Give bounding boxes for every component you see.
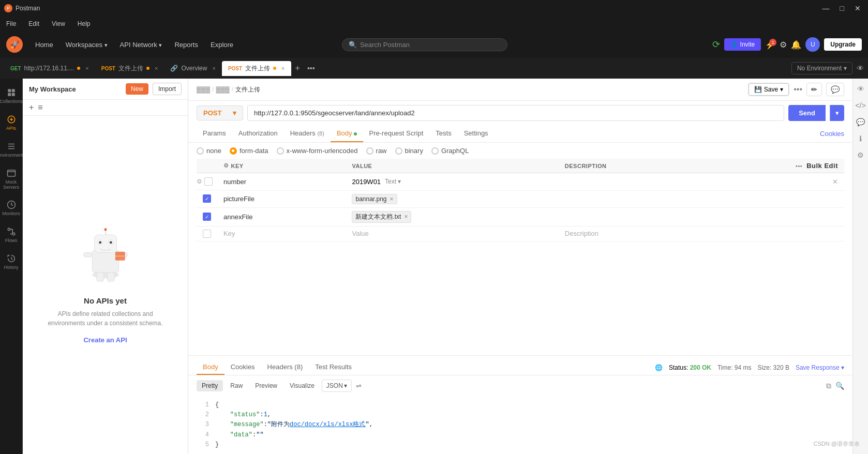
menu-help[interactable]: Help [76, 19, 93, 28]
add-api-icon[interactable]: + [29, 103, 34, 112]
environment-dropdown[interactable]: No Environment ▾ [791, 62, 852, 74]
tab-post1[interactable]: POST 文件上传 × [95, 61, 164, 76]
sidebar-item-apis[interactable]: APIs [0, 110, 22, 137]
row3-checkbox[interactable]: ✓ [203, 213, 211, 221]
sidebar-item-mock-servers[interactable]: Mock Servers [0, 163, 22, 195]
tab-get[interactable]: GET http://172.16.11.... × [4, 62, 95, 75]
body-type-raw[interactable]: raw [366, 147, 387, 155]
response-tab-body[interactable]: Body [197, 360, 225, 375]
bulk-edit-button[interactable]: Bulk Edit [806, 162, 838, 170]
tab-body[interactable]: Body [331, 125, 363, 142]
notifications-button[interactable]: 🔔 [791, 40, 801, 50]
sidebar-item-flows[interactable]: Flows [0, 222, 22, 249]
row1-type[interactable]: Text ▾ [385, 178, 401, 185]
save-response-button[interactable]: Save Response ▾ [796, 364, 844, 371]
sidebar-item-collections[interactable]: Collections [0, 83, 22, 110]
tab-settings[interactable]: Settings [458, 125, 495, 142]
response-tab-headers[interactable]: Headers (8) [261, 360, 309, 375]
nav-reports[interactable]: Reports [170, 39, 202, 51]
copy-icon[interactable]: ⧉ [826, 382, 831, 390]
menu-view[interactable]: View [50, 19, 67, 28]
url-input[interactable] [247, 105, 784, 121]
format-preview[interactable]: Preview [250, 380, 282, 391]
format-pretty[interactable]: Pretty [197, 380, 223, 391]
search-bar[interactable]: 🔍 Search Postman [342, 38, 507, 51]
body-type-graphql[interactable]: GraphQL [431, 147, 469, 155]
right-icon-eye[interactable]: 👁 [855, 83, 866, 95]
method-dropdown[interactable]: POST ▾ [197, 105, 243, 120]
row1-settings-icon[interactable]: ⚙ [197, 178, 202, 185]
nav-home[interactable]: Home [31, 39, 57, 51]
tab-post2-active[interactable]: POST 文件上传 × [222, 61, 291, 76]
tab-close-overview[interactable]: × [212, 65, 215, 71]
line-num-4: 4 [197, 430, 209, 440]
menu-file[interactable]: File [4, 19, 18, 28]
close-button[interactable]: ✕ [851, 3, 864, 13]
tab-close-get[interactable]: × [85, 65, 88, 71]
row3-file-remove[interactable]: × [404, 213, 408, 220]
save-button[interactable]: 💾 Save ▾ [749, 83, 789, 96]
format-type-dropdown[interactable]: JSON ▾ [322, 380, 352, 392]
lightning-button[interactable]: ⚡ 1 [765, 40, 775, 50]
right-icon-info[interactable]: ℹ [857, 132, 864, 145]
row4-key-cell[interactable]: Key [217, 226, 346, 241]
settings-button[interactable]: ⚙ [780, 40, 787, 50]
row1-checkbox[interactable] [204, 177, 213, 186]
row4-checkbox[interactable] [203, 230, 211, 238]
nav-workspaces[interactable]: Workspaces ▾ [62, 39, 112, 51]
comment-button[interactable]: 💬 [826, 83, 844, 96]
tab-params[interactable]: Params [197, 125, 232, 142]
row4-desc-cell[interactable]: Description [559, 226, 844, 241]
tab-pre-request[interactable]: Pre-request Script [363, 125, 430, 142]
right-icon-code[interactable]: </> [853, 99, 867, 112]
send-button[interactable]: Send [788, 105, 826, 121]
env-eye-icon[interactable]: 👁 [857, 64, 864, 72]
minimize-button[interactable]: — [819, 3, 833, 13]
sidebar-item-history[interactable]: History [0, 249, 22, 276]
import-button[interactable]: Import [153, 83, 182, 95]
create-api-link[interactable]: Create an API [83, 336, 127, 344]
send-dropdown-button[interactable]: ▾ [830, 105, 844, 121]
tab-overview[interactable]: 🔗 Overview × [164, 62, 221, 75]
tab-close-post2[interactable]: × [281, 65, 285, 71]
col-more-icon[interactable]: ••• [796, 163, 802, 169]
tab-close-post1[interactable]: × [155, 65, 158, 71]
new-button[interactable]: New [126, 83, 148, 95]
cookies-link[interactable]: Cookies [820, 130, 844, 138]
doc-link[interactable]: doc/docx/xls/xlsx格式 [290, 421, 365, 428]
more-tabs-button[interactable]: ••• [304, 62, 318, 74]
response-tab-test-results[interactable]: Test Results [309, 360, 358, 375]
format-raw[interactable]: Raw [225, 380, 248, 391]
sidebar-item-monitors[interactable]: Monitors [0, 195, 22, 222]
maximize-button[interactable]: □ [837, 3, 847, 13]
menu-edit[interactable]: Edit [26, 19, 41, 28]
row1-delete-icon[interactable]: ✕ [832, 178, 838, 186]
upgrade-button[interactable]: Upgrade [824, 38, 862, 51]
tab-authorization[interactable]: Authorization [232, 125, 284, 142]
invite-button[interactable]: 👤 Invite [724, 38, 761, 51]
search-code-icon[interactable]: 🔍 [835, 382, 844, 390]
right-icon-comment[interactable]: 💬 [854, 116, 867, 128]
row2-checkbox[interactable]: ✓ [203, 194, 211, 203]
row4-value-cell[interactable]: Value [346, 226, 558, 241]
request-more-button[interactable]: ••• [794, 85, 802, 94]
response-tab-cookies[interactable]: Cookies [225, 360, 261, 375]
row2-file-remove[interactable]: × [390, 195, 394, 203]
wrap-icon[interactable]: ⇌ [354, 380, 364, 392]
add-tab-button[interactable]: + [291, 62, 304, 75]
save-icon: 💾 [754, 86, 762, 93]
body-type-form-data[interactable]: form-data [230, 147, 268, 155]
avatar-button[interactable]: U [805, 37, 820, 52]
body-type-urlencoded[interactable]: x-www-form-urlencoded [277, 147, 358, 155]
body-type-none[interactable]: none [197, 147, 221, 155]
format-visualize[interactable]: Visualize [285, 380, 320, 391]
edit-button[interactable]: ✏ [806, 83, 822, 96]
tab-tests[interactable]: Tests [429, 125, 457, 142]
right-icon-gear[interactable]: ⚙ [855, 149, 866, 161]
tab-headers[interactable]: Headers (8) [284, 125, 331, 142]
nav-api-network[interactable]: API Network ▾ [116, 39, 167, 51]
sidebar-item-environments[interactable]: Environments [0, 137, 22, 163]
sort-icon[interactable]: ≡ [38, 103, 42, 112]
body-type-binary[interactable]: binary [395, 147, 423, 155]
nav-explore[interactable]: Explore [206, 39, 237, 51]
